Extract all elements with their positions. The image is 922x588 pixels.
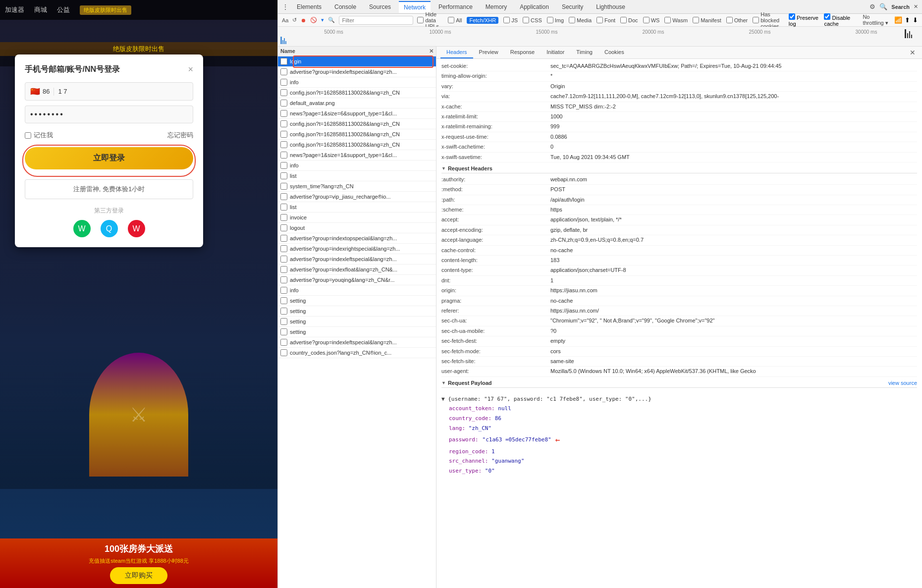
checkbox[interactable]	[280, 224, 287, 231]
network-item-news1[interactable]: news?page=1&size=6&support_type=1&cl...	[278, 108, 436, 119]
login-checkbox[interactable]	[280, 58, 287, 65]
tab-cookies[interactable]: Cookies	[598, 47, 630, 58]
css-label[interactable]: CSS	[523, 17, 542, 23]
password-input-row[interactable]: ••••••••	[25, 106, 193, 123]
checkbox[interactable]	[280, 68, 287, 75]
network-item-news2[interactable]: news?page=1&size=1&support_type=1&cl...	[278, 150, 436, 160]
checkbox[interactable]	[280, 256, 287, 263]
clear-icon[interactable]: 🚫	[310, 17, 317, 23]
preserve-log-label[interactable]: Preserve log	[789, 13, 822, 27]
other-label[interactable]: Other	[726, 17, 748, 23]
nav-shop[interactable]: 商城	[34, 5, 47, 14]
js-checkbox[interactable]	[503, 17, 510, 23]
network-item-list2[interactable]: list	[278, 202, 436, 213]
forgot-password-link[interactable]: 忘记密码	[167, 131, 193, 140]
checkbox[interactable]	[280, 339, 287, 346]
disable-cache-label[interactable]: Disable cache	[824, 13, 860, 27]
doc-checkbox[interactable]	[620, 17, 627, 23]
network-item-invoice[interactable]: invoice	[278, 213, 436, 223]
hide-data-urls-checkbox[interactable]	[417, 17, 424, 23]
manifest-label[interactable]: Manifest	[693, 17, 721, 23]
network-item-advertise-float[interactable]: advertise?group=indexfloat&lang=zh_CN&..…	[278, 265, 436, 275]
tab-lighthouse[interactable]: Lighthouse	[591, 1, 630, 12]
register-button[interactable]: 注册雷神, 免费体验1小时	[25, 179, 193, 199]
img-label[interactable]: Img	[547, 17, 564, 23]
checkbox[interactable]	[280, 214, 287, 221]
network-item-setting4[interactable]: setting	[278, 327, 436, 337]
checkbox[interactable]	[280, 287, 287, 294]
remember-me-label[interactable]: 记住我	[25, 131, 53, 140]
filter-icon[interactable]: ▾	[321, 17, 324, 23]
phone-input-row[interactable]: 🇨🇳 86 1 7	[25, 82, 193, 101]
network-item-advertise-youqing[interactable]: advertise?group=youqing&lang=zh_CN&r...	[278, 275, 436, 285]
media-checkbox[interactable]	[569, 17, 575, 23]
settings-icon[interactable]: ⚙	[869, 3, 875, 10]
remember-me-checkbox[interactable]	[25, 132, 31, 139]
js-label[interactable]: JS	[503, 17, 518, 23]
checkbox[interactable]	[280, 89, 287, 96]
network-item-info2[interactable]: info	[278, 160, 436, 171]
checkbox[interactable]	[280, 318, 287, 325]
request-headers-section-title[interactable]: ▼ Request Headers	[441, 162, 917, 173]
tab-initiator[interactable]: Initiator	[541, 47, 570, 58]
network-item-advertise-left2[interactable]: advertise?group=indexleftspecial&lang=zh…	[278, 337, 436, 348]
network-item-setting3[interactable]: setting	[278, 317, 436, 327]
tab-preview[interactable]: Preview	[473, 47, 504, 58]
checkbox[interactable]	[280, 193, 287, 200]
checkbox[interactable]	[280, 183, 287, 190]
network-item-setting2[interactable]: setting	[278, 306, 436, 317]
devtools-toggle-icon[interactable]: ⋮	[282, 3, 289, 11]
tab-security[interactable]: Security	[557, 1, 588, 12]
checkbox[interactable]	[280, 141, 287, 148]
css-checkbox[interactable]	[523, 17, 529, 23]
other-checkbox[interactable]	[726, 17, 733, 23]
network-item-config3[interactable]: config.json?t=16285881130028&lang=zh_CN	[278, 129, 436, 140]
qq-icon[interactable]: Q	[101, 220, 118, 237]
detail-close-button[interactable]: ✕	[907, 47, 918, 58]
triangle-expand[interactable]: ▼	[441, 396, 448, 402]
checkbox[interactable]	[280, 349, 287, 356]
font-label[interactable]: Font	[597, 17, 615, 23]
checkbox[interactable]	[280, 328, 287, 335]
checkbox[interactable]	[280, 204, 287, 211]
checkbox[interactable]	[280, 162, 287, 169]
ws-checkbox[interactable]	[643, 17, 650, 23]
network-item-advertise1[interactable]: advertise?group=indexleftspecial&lang=zh…	[278, 67, 436, 77]
network-item-advertise-top[interactable]: advertise?group=indextopspecial&lang=zh.…	[278, 233, 436, 244]
checkbox[interactable]	[280, 235, 287, 242]
fetch-xhr-label[interactable]: Fetch/XHR	[467, 17, 498, 24]
close-network-icon[interactable]: ✕	[429, 48, 434, 54]
close-icon[interactable]: ×	[188, 64, 193, 75]
network-item-info1[interactable]: info	[278, 77, 436, 88]
tab-performance[interactable]: Performance	[434, 1, 478, 12]
checkbox[interactable]	[280, 276, 287, 283]
preserve-log-checkbox[interactable]	[789, 13, 795, 20]
img-checkbox[interactable]	[547, 17, 553, 23]
doc-label[interactable]: Doc	[620, 17, 638, 23]
tab-memory[interactable]: Memory	[481, 1, 512, 12]
media-label[interactable]: Media	[569, 17, 592, 23]
network-item-config4[interactable]: config.json?t=16285881130028&lang=zh_CN	[278, 140, 436, 150]
network-item-advertise-right[interactable]: advertise?group=indexrightspecial&lang=z…	[278, 244, 436, 254]
has-blocked-checkbox[interactable]	[753, 17, 759, 23]
ws-label[interactable]: WS	[643, 17, 660, 23]
upload-icon[interactable]: ⬆	[905, 16, 910, 24]
network-item-advertise-left[interactable]: advertise?group=indexleftspecial&lang=zh…	[278, 254, 436, 265]
login-button[interactable]: 立即登录	[25, 147, 193, 169]
search-network-icon[interactable]: 🔍	[328, 17, 335, 23]
wifi-icon[interactable]: 📶	[894, 16, 902, 24]
font-checkbox[interactable]	[597, 17, 603, 23]
checkbox[interactable]	[280, 172, 287, 179]
checkbox[interactable]	[280, 297, 287, 304]
checkbox[interactable]	[280, 79, 287, 86]
network-item-info3[interactable]: info	[278, 285, 436, 296]
request-payload-section-title[interactable]: ▼ Request Payload view source	[441, 377, 917, 388]
tab-timing[interactable]: Timing	[570, 47, 598, 58]
network-item-config2[interactable]: config.json?t=16285881130028&lang=zh_CN	[278, 119, 436, 129]
network-item-login[interactable]: login	[278, 56, 436, 67]
network-item-country-codes[interactable]: country_codes.json?lang=zh_CN®ion_c...	[278, 348, 436, 358]
all-checkbox[interactable]	[448, 17, 454, 23]
reload-icon[interactable]: ↺	[292, 17, 297, 23]
download-icon[interactable]: ⬇	[913, 16, 918, 24]
wasm-checkbox[interactable]	[664, 17, 671, 23]
